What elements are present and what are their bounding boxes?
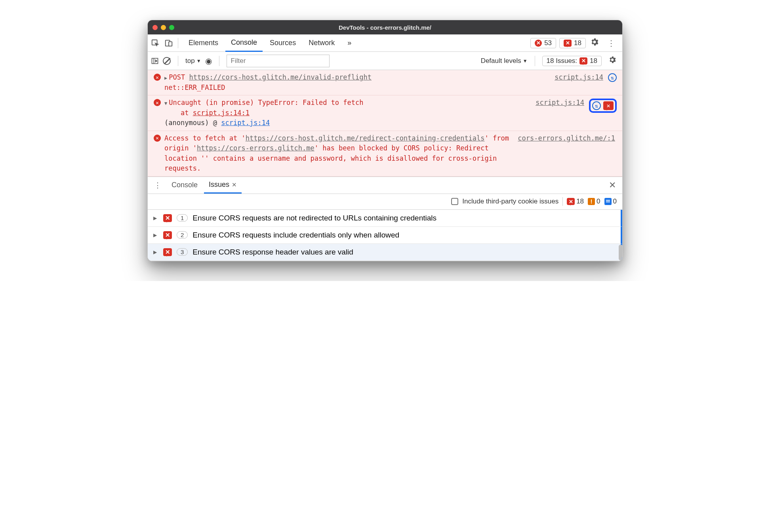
issue-title: Ensure CORS requests are not redirected … (192, 214, 436, 222)
error-count-badge[interactable]: ✕ 53 (530, 38, 556, 48)
main-toolbar: Elements Console Sources Network » ✕ 53 … (148, 34, 622, 52)
issues-info-count[interactable]: 0 (604, 198, 617, 205)
issue-count-pill: 2 (177, 231, 188, 239)
close-tab-icon[interactable]: ✕ (232, 181, 237, 188)
stack-at: at (181, 109, 193, 117)
expand-caret-icon[interactable]: ▶ (153, 249, 158, 255)
issue-icon[interactable]: ✕ (603, 101, 614, 110)
titlebar: DevTools - cors-errors.glitch.me/ (148, 20, 622, 34)
tabs-overflow[interactable]: » (342, 35, 357, 51)
issues-list: ▶ ✕ 1 Ensure CORS requests are not redir… (148, 210, 622, 261)
tab-network[interactable]: Network (303, 35, 340, 51)
divider (535, 56, 535, 66)
issue-warning-icon: ! (588, 198, 595, 205)
issues-badge[interactable]: 18 Issues: ✕ 18 (542, 56, 602, 66)
device-toggle-icon[interactable] (164, 39, 173, 48)
console-error-row[interactable]: ✕ ▼Uncaught (in promise) TypeError: Fail… (148, 95, 622, 131)
issue-icon: ✕ (163, 214, 172, 222)
levels-label: Default levels (481, 57, 521, 65)
network-request-icon[interactable]: ⇅ (608, 73, 617, 82)
issue-count: 18 (574, 39, 581, 47)
console-messages: ✕ ▶POST https://cors-host.glitch.me/inva… (148, 70, 622, 177)
issue-error-icon: ✕ (567, 198, 575, 205)
tab-sources[interactable]: Sources (264, 35, 301, 51)
window-controls (152, 25, 174, 30)
http-method: POST (169, 73, 185, 81)
drawer-tabs: ⋮ Console Issues✕ ✕ (148, 177, 622, 194)
error-status: net::ERR_FAILED (164, 84, 225, 91)
source-link[interactable]: script.js:14 (536, 98, 586, 128)
issue-count-pill: 1 (177, 214, 188, 222)
chevron-down-icon: ▼ (523, 58, 528, 64)
drawer-kebab-icon[interactable]: ⋮ (150, 179, 165, 192)
anonymous-label: (anonymous) (164, 119, 209, 127)
origin-url-link[interactable]: https://cors-errors.glitch.me (197, 144, 314, 152)
svg-rect-2 (169, 42, 172, 46)
kebab-menu-icon[interactable]: ⋮ (603, 36, 619, 50)
console-error-row[interactable]: ✕ Access to fetch at 'https://cors-host.… (148, 131, 622, 177)
settings-icon[interactable] (587, 35, 602, 51)
cors-url-link[interactable]: https://cors-host.glitch.me/redirect-con… (246, 134, 485, 142)
source-link[interactable]: cors-errors.glitch.me/:1 (518, 133, 617, 174)
context-selector[interactable]: top ▼ (185, 57, 201, 65)
issues-warning-count[interactable]: ! 0 (588, 198, 600, 205)
issue-item[interactable]: ▶ ✕ 3 Ensure CORS response header values… (148, 244, 622, 261)
filter-input[interactable] (227, 55, 330, 67)
error-icon: ✕ (154, 135, 161, 142)
devtools-window: DevTools - cors-errors.glitch.me/ Elemen… (147, 20, 623, 261)
divider (178, 38, 178, 48)
collapse-caret-icon[interactable]: ▼ (164, 101, 169, 106)
console-settings-icon[interactable] (606, 53, 619, 68)
error-icon: ✕ (535, 40, 542, 47)
tab-console[interactable]: Console (225, 34, 263, 52)
console-filter-bar: top ▼ ◉ Default levels ▼ 18 Issues: ✕ 18 (148, 52, 622, 70)
scrollbar[interactable] (619, 245, 623, 260)
error-count: 53 (544, 39, 552, 47)
network-request-icon[interactable]: ⇅ (592, 101, 601, 110)
issues-count: 18 (590, 57, 597, 65)
issue-item[interactable]: ▶ ✕ 1 Ensure CORS requests are not redir… (148, 210, 622, 227)
console-error-row[interactable]: ✕ ▶POST https://cors-host.glitch.me/inva… (148, 70, 622, 95)
stack-link[interactable]: script.js:14:1 (193, 109, 250, 117)
expand-caret-icon[interactable]: ▶ (153, 215, 158, 221)
include-third-party-checkbox[interactable] (451, 198, 458, 205)
issue-icon: ✕ (163, 231, 172, 239)
error-icon: ✕ (154, 99, 161, 106)
maximize-window-button[interactable] (169, 25, 174, 30)
minimize-window-button[interactable] (161, 25, 166, 30)
issues-label: 18 Issues: (547, 57, 578, 65)
clear-console-icon[interactable] (163, 57, 171, 65)
request-url-link[interactable]: https://cors-host.glitch.me/invalid-pref… (189, 73, 372, 81)
sidebar-toggle-icon[interactable] (151, 57, 159, 65)
include-third-party-label: Include third-party cookie issues (462, 198, 558, 205)
inspect-element-icon[interactable] (151, 39, 160, 48)
expand-caret-icon[interactable]: ▶ (164, 75, 169, 81)
close-window-button[interactable] (152, 25, 158, 30)
issue-count-badge[interactable]: ✕ 18 (559, 38, 586, 48)
at-symbol: @ (213, 119, 217, 127)
issue-icon: ✕ (579, 57, 587, 65)
issues-error-count[interactable]: ✕ 18 (567, 198, 584, 205)
issue-icon: ✕ (564, 40, 572, 47)
divider (219, 56, 219, 66)
log-levels-selector[interactable]: Default levels ▼ (481, 57, 528, 65)
drawer-tab-issues[interactable]: Issues✕ (204, 177, 242, 194)
issue-info-icon (604, 198, 612, 205)
issue-icon: ✕ (163, 248, 172, 256)
error-icon: ✕ (154, 74, 161, 81)
issue-item[interactable]: ▶ ✕ 2 Ensure CORS requests include crede… (148, 227, 622, 244)
error-message: Uncaught (in promise) TypeError: Failed … (169, 99, 363, 106)
expand-caret-icon[interactable]: ▶ (153, 232, 158, 238)
divider (178, 56, 178, 66)
live-expression-icon[interactable]: ◉ (205, 56, 212, 66)
divider (562, 197, 563, 206)
drawer-tab-console[interactable]: Console (167, 177, 202, 193)
source-link[interactable]: script.js:14 (555, 72, 605, 93)
anonymous-link[interactable]: script.js:14 (221, 119, 270, 127)
chevron-down-icon: ▼ (196, 58, 201, 64)
window-title: DevTools - cors-errors.glitch.me/ (339, 24, 431, 31)
highlighted-annotation: ⇅ ✕ (589, 99, 617, 113)
close-drawer-icon[interactable]: ✕ (605, 180, 620, 190)
tab-elements[interactable]: Elements (183, 35, 224, 51)
issue-title: Ensure CORS requests include credentials… (192, 231, 399, 239)
